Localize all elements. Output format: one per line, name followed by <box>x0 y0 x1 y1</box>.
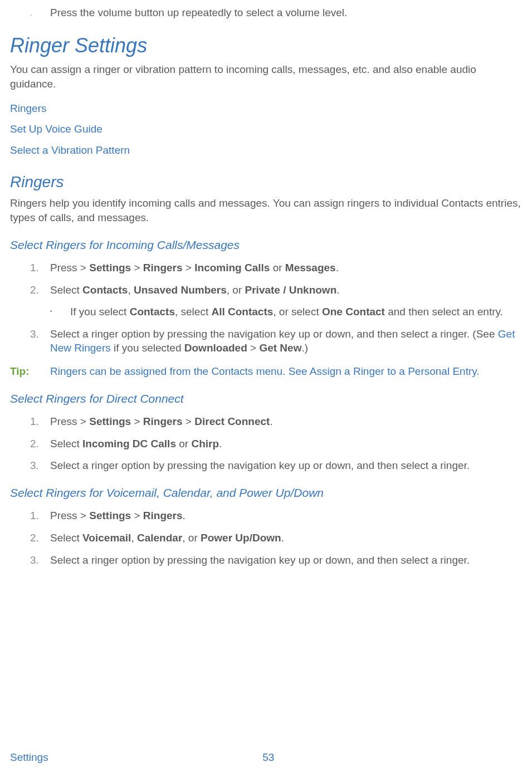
page-footer: Settings 53 <box>10 750 522 765</box>
step-number: 3. <box>30 327 50 355</box>
sub-bullet-1: ▪ If you select Contacts, select All Con… <box>50 305 522 319</box>
text: , <box>128 284 134 296</box>
text: . <box>183 510 186 521</box>
step-number: 2. <box>30 531 50 545</box>
step-3-1: 1. Press > Settings > Ringers. <box>30 509 522 523</box>
text: . <box>281 532 284 544</box>
heading-ringers: Ringers <box>10 172 522 193</box>
bold-text: Calendar <box>137 532 182 544</box>
text: or <box>270 262 285 273</box>
text: , or <box>227 284 245 296</box>
bold-text: Contacts <box>82 284 128 296</box>
step-number: 1. <box>30 414 50 429</box>
step-3-2: 2. Select Voicemail, Calendar, or Power … <box>30 531 522 545</box>
bold-text: All Contacts <box>211 306 273 317</box>
steps-list-3: 1. Press > Settings > Ringers. 2. Select… <box>30 509 522 567</box>
text: > <box>247 342 260 354</box>
tip-row: Tip: Ringers can be assigned from the Co… <box>10 364 522 379</box>
step-content: Select Incoming DC Calls or Chirp. <box>50 437 522 451</box>
text: Press > <box>50 510 89 521</box>
step-content: Press > Settings > Ringers. <box>50 509 522 523</box>
steps-list-2: 1. Press > Settings > Ringers > Direct C… <box>30 414 522 473</box>
text: , select <box>175 306 211 317</box>
bold-text: Incoming DC Calls <box>82 438 176 449</box>
step-2-3: 3. Select a ringer option by pressing th… <box>30 458 522 473</box>
text: if you selected <box>111 342 184 354</box>
step-2-2: 2. Select Incoming DC Calls or Chirp. <box>30 437 522 451</box>
step-3-3: 3. Select a ringer option by pressing th… <box>30 553 522 568</box>
step-content: Select a ringer option by pressing the n… <box>50 553 522 568</box>
bold-text: Ringers <box>143 262 183 273</box>
step-2-1: 1. Press > Settings > Ringers > Direct C… <box>30 414 522 429</box>
step-content: Select Voicemail, Calendar, or Power Up/… <box>50 531 522 545</box>
bold-text: Direct Connect <box>194 416 270 427</box>
text: > <box>183 416 195 427</box>
top-bullet-row: . Press the volume button up repeatedly … <box>30 6 522 20</box>
bullet-marker: . <box>30 6 50 20</box>
text: Select <box>50 438 82 449</box>
text: Select <box>50 284 82 296</box>
footer-page-number: 53 <box>15 750 522 765</box>
bold-text: Messages <box>285 262 336 273</box>
bold-text: Unsaved Numbers <box>134 284 227 296</box>
text: . <box>476 365 479 377</box>
heading-select-ringers-direct-connect: Select Ringers for Direct Connect <box>10 391 522 407</box>
text: , <box>131 532 137 544</box>
text: > <box>131 510 143 521</box>
square-marker: ▪ <box>50 305 70 319</box>
text: . <box>336 262 339 273</box>
bold-text: Incoming Calls <box>194 262 270 273</box>
bold-text: Get New <box>259 342 301 354</box>
bold-text: Ringers <box>143 510 183 521</box>
step-1-3: 3. Select a ringer option by pressing th… <box>30 327 522 355</box>
text: , or <box>182 532 201 544</box>
link-select-vibration-pattern[interactable]: Select a Vibration Pattern <box>10 143 522 158</box>
tip-label: Tip: <box>10 364 50 379</box>
step-1-2: 2. Select Contacts, Unsaved Numbers, or … <box>30 283 522 297</box>
bold-text: Downloaded <box>184 342 247 354</box>
text: > <box>131 262 143 273</box>
bold-text: Settings <box>89 510 131 521</box>
text: Select a ringer option by pressing the n… <box>50 328 498 340</box>
page-container: . Press the volume button up repeatedly … <box>0 0 532 777</box>
top-bullet-text: Press the volume button up repeatedly to… <box>50 6 522 20</box>
text: Select <box>50 532 82 544</box>
text: and then select an entry. <box>385 306 503 317</box>
bold-text: Settings <box>89 416 131 427</box>
sub-bullet-content: If you select Contacts, select All Conta… <box>70 305 522 319</box>
link-assign-ringer-personal-entry[interactable]: Assign a Ringer to a Personal Entry <box>310 365 477 377</box>
text: Ringers can be assigned from the Contact… <box>50 365 310 377</box>
steps-list-1: 1. Press > Settings > Ringers > Incoming… <box>30 261 522 297</box>
text: > <box>131 416 143 427</box>
text: .) <box>301 342 308 354</box>
text: > <box>183 262 195 273</box>
tip-body: Ringers can be assigned from the Contact… <box>50 364 522 379</box>
step-number: 2. <box>30 437 50 451</box>
heading-select-ringers-calls-messages: Select Ringers for Incoming Calls/Messag… <box>10 237 522 253</box>
bold-text: Contacts <box>130 306 175 317</box>
step-number: 2. <box>30 283 50 297</box>
step-number: 3. <box>30 458 50 473</box>
bold-text: Settings <box>89 262 131 273</box>
step-content: Select a ringer option by pressing the n… <box>50 458 522 473</box>
link-ringers[interactable]: Ringers <box>10 101 522 116</box>
step-content: Select Contacts, Unsaved Numbers, or Pri… <box>50 283 522 297</box>
text: . <box>270 416 272 427</box>
heading-select-ringers-voicemail-calendar-power: Select Ringers for Voicemail, Calendar, … <box>10 485 522 501</box>
heading-ringer-settings: Ringer Settings <box>10 32 522 60</box>
text: If you select <box>70 306 130 317</box>
step-content: Press > Settings > Ringers > Direct Conn… <box>50 414 522 429</box>
step-number: 1. <box>30 509 50 523</box>
link-set-up-voice-guide[interactable]: Set Up Voice Guide <box>10 122 522 136</box>
bold-text: Power Up/Down <box>201 532 281 544</box>
bold-text: Chirp <box>191 438 219 449</box>
text: , or select <box>273 306 322 317</box>
text: . <box>219 438 222 449</box>
bold-text: One Contact <box>322 306 385 317</box>
bold-text: Ringers <box>143 416 183 427</box>
text: or <box>176 438 191 449</box>
ringers-desc: Ringers help you identify incoming calls… <box>10 196 522 224</box>
step-number: 1. <box>30 261 50 275</box>
text: Press > <box>50 416 89 427</box>
text: Press > <box>50 262 89 273</box>
